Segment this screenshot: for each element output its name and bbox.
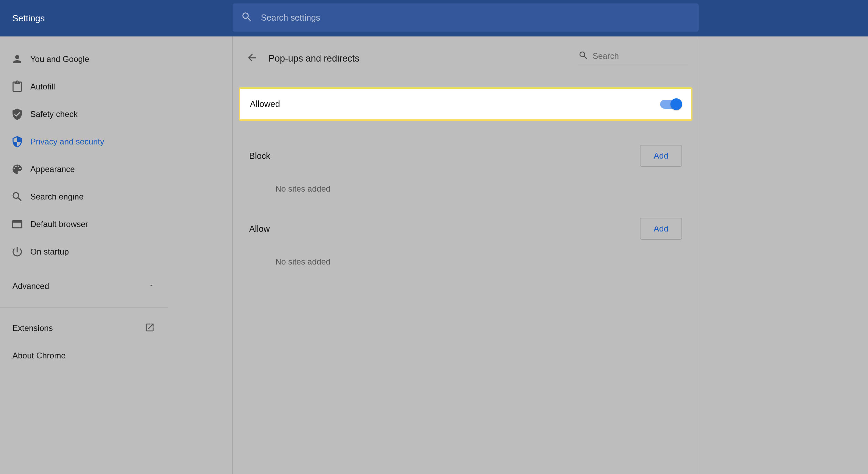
person-icon [11, 53, 30, 65]
allow-add-button[interactable]: Add [640, 218, 682, 240]
search-icon [241, 11, 253, 24]
palette-icon [11, 163, 30, 175]
toggle-knob [670, 98, 682, 110]
block-empty-message: No sites added [239, 167, 692, 194]
sidebar-item-label: You and Google [30, 54, 89, 64]
settings-search-bar[interactable] [233, 3, 699, 32]
sidebar-item-privacy-security[interactable]: Privacy and security [0, 128, 168, 155]
advanced-label: Advanced [12, 281, 49, 291]
external-link-icon [145, 322, 155, 334]
power-icon [11, 246, 30, 258]
page-title: Pop-ups and redirects [268, 53, 359, 64]
allow-empty-message: No sites added [239, 240, 692, 267]
extensions-label: Extensions [12, 323, 53, 333]
sidebar-item-label: Appearance [30, 164, 75, 174]
page-search-input[interactable] [593, 51, 696, 61]
sidebar-item-extensions[interactable]: Extensions [0, 314, 168, 342]
block-heading: Block [249, 151, 270, 161]
sidebar-item-appearance[interactable]: Appearance [0, 155, 168, 183]
page-search[interactable] [578, 50, 688, 65]
settings-search-input[interactable] [253, 13, 699, 23]
shield-check-icon [11, 108, 30, 120]
app-title: Settings [0, 13, 45, 24]
sidebar-item-you-and-google[interactable]: You and Google [0, 45, 168, 73]
sidebar-item-about[interactable]: About Chrome [0, 342, 168, 369]
sidebar-divider [0, 307, 168, 308]
sidebar-item-label: Autofill [30, 82, 55, 91]
arrow-back-icon [246, 52, 258, 65]
shield-icon [11, 136, 30, 148]
sidebar-item-label: Privacy and security [30, 137, 104, 147]
chevron-down-icon [148, 282, 155, 290]
allowed-toggle[interactable] [660, 100, 681, 109]
clipboard-icon [11, 80, 30, 93]
sidebar-item-on-startup[interactable]: On startup [0, 238, 168, 266]
back-button[interactable] [244, 50, 260, 67]
search-icon [578, 50, 589, 62]
sidebar-item-safety-check[interactable]: Safety check [0, 100, 168, 128]
sidebar-item-label: Search engine [30, 192, 84, 202]
browser-icon [11, 218, 30, 230]
sidebar-item-label: Default browser [30, 219, 88, 229]
about-label: About Chrome [12, 351, 66, 360]
sidebar-item-label: Safety check [30, 109, 77, 119]
sidebar: You and Google Autofill Safety check [0, 36, 232, 474]
block-add-button[interactable]: Add [640, 145, 682, 167]
sidebar-item-search-engine[interactable]: Search engine [0, 183, 168, 211]
sidebar-item-default-browser[interactable]: Default browser [0, 211, 168, 238]
sidebar-advanced-toggle[interactable]: Advanced [0, 272, 168, 300]
sidebar-item-autofill[interactable]: Autofill [0, 73, 168, 100]
allowed-label: Allowed [250, 99, 280, 109]
allowed-setting-row: Allowed [239, 87, 692, 121]
sidebar-item-label: On startup [30, 247, 69, 257]
search-icon [11, 191, 30, 203]
allow-heading: Allow [249, 224, 270, 234]
